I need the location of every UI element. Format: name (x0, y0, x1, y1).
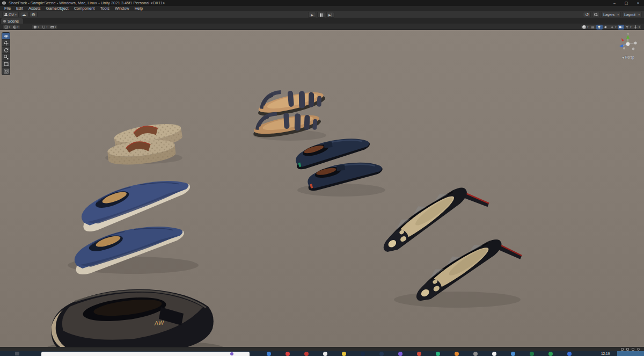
minimize-button[interactable]: – (609, 0, 620, 6)
loafer-monogram-text: ΛW (153, 319, 165, 326)
taskbar-app-icon[interactable] (342, 352, 346, 356)
menu-assets[interactable]: Assets (26, 6, 43, 11)
menu-window[interactable]: Window (112, 6, 132, 11)
orientation-gizmo[interactable]: y ◄ Persp (616, 32, 640, 59)
taskbar-search-input[interactable] (41, 352, 250, 356)
effects-dropdown[interactable]: ▾ (609, 25, 618, 30)
chevron-down-icon: ▾ (17, 25, 19, 28)
taskbar-app-icons (267, 352, 572, 356)
cloud-services-button[interactable]: ☁ (20, 12, 28, 17)
rect-tool-button[interactable] (2, 61, 10, 68)
account-dropdown[interactable]: OV ▾ (2, 12, 19, 17)
taskbar-app-icon[interactable] (473, 352, 478, 356)
undo-history-button[interactable]: ↺ (583, 12, 591, 17)
taskbar-app-icon[interactable] (455, 352, 459, 356)
lightbulb-icon (597, 25, 601, 29)
2d-toggle[interactable] (590, 25, 596, 30)
taskbar-app-icon[interactable] (530, 352, 534, 356)
menu-tools[interactable]: Tools (97, 6, 112, 11)
scene-camera-settings-button[interactable] (618, 25, 624, 30)
taskbar-app-icon[interactable] (379, 352, 384, 356)
layers-label: Layers (603, 13, 614, 17)
taskbar-app-icon[interactable] (286, 352, 290, 356)
taskbar-app-icon[interactable] (304, 352, 309, 356)
menu-help[interactable]: Help (132, 6, 145, 11)
background-activity-icon[interactable] (637, 348, 640, 351)
move-tool-button[interactable] (2, 40, 10, 47)
transform-icon (4, 69, 9, 74)
persp-toggle-icon[interactable]: ◄ (621, 56, 624, 59)
play-button[interactable]: ▶ (308, 12, 316, 18)
console-error-icon[interactable] (632, 348, 634, 351)
rect-icon (4, 62, 9, 67)
taskbar-app-icon[interactable] (511, 352, 515, 356)
tool-settings-pivot-dropdown[interactable]: ▾ (3, 25, 11, 30)
settings-button[interactable]: ⚙ (30, 12, 38, 17)
tool-settings-orientation-dropdown[interactable]: ▾ (11, 25, 20, 30)
chevron-down-icon: ▾ (55, 25, 56, 28)
move-icon (4, 41, 9, 46)
taskbar-app-icon[interactable] (548, 352, 553, 356)
view-tool-button[interactable] (2, 33, 10, 40)
unity-logo-icon (2, 1, 6, 5)
magnet-icon (42, 25, 46, 29)
draw-mode-dropdown[interactable]: ▾ (581, 25, 590, 30)
scale-icon (4, 55, 9, 60)
taskbar-app-icon[interactable] (492, 352, 496, 356)
pause-icon (320, 13, 323, 17)
axis-gizmo-icon: y (617, 32, 639, 53)
svg-text:y: y (627, 32, 629, 35)
persp-label[interactable]: Persp (625, 55, 634, 59)
taskbar-app-icon[interactable] (267, 352, 271, 356)
menu-file[interactable]: File (2, 6, 13, 11)
taskbar-app-icon[interactable] (361, 352, 365, 356)
search-button[interactable] (592, 12, 600, 17)
taskbar-active-window[interactable] (617, 351, 644, 356)
increment-snap-dropdown[interactable]: ▾ (49, 25, 57, 30)
pause-button[interactable] (317, 12, 325, 18)
camera-icon (619, 25, 623, 29)
step-icon: ▶ (328, 13, 331, 17)
editor-status-bar (0, 347, 644, 351)
start-button[interactable] (15, 352, 19, 355)
taskbar-app-icon[interactable] (417, 352, 421, 356)
transform-tool-button[interactable] (2, 68, 10, 75)
console-warning-icon[interactable] (626, 348, 629, 351)
cloud-icon: ☁ (22, 12, 26, 17)
rotate-tool-button[interactable] (2, 47, 10, 54)
layout-dropdown[interactable]: Layout ▾ (622, 12, 642, 17)
unity-editor-window: ShoePack - SampleScene - Windows, Mac, L… (0, 0, 644, 356)
scale-tool-button[interactable] (2, 54, 10, 61)
audio-toggle[interactable] (603, 25, 609, 30)
lighting-toggle[interactable] (596, 25, 603, 30)
scene-render: ΛW (0, 30, 644, 347)
move-cross-icon (634, 25, 638, 29)
chevron-down-icon: ▾ (38, 25, 39, 28)
2d-icon (591, 25, 595, 29)
close-button[interactable]: × (632, 0, 644, 6)
taskbar-clock[interactable]: 12:19 (601, 352, 610, 355)
step-button[interactable]: ▶ (326, 12, 334, 18)
chevron-down-icon: ▾ (9, 25, 10, 28)
taskbar-app-icon[interactable] (567, 352, 572, 356)
gizmos-icon (625, 25, 629, 29)
menu-gameobject[interactable]: GameObject (43, 6, 71, 11)
layers-dropdown[interactable]: Layers ▾ (601, 12, 621, 17)
maximize-button[interactable]: ▢ (620, 0, 632, 6)
taskbar-app-icon[interactable] (398, 352, 402, 356)
tab-scene[interactable]: Scene (1, 18, 23, 24)
menu-component[interactable]: Component (71, 6, 98, 11)
taskbar-app-icon[interactable] (436, 352, 440, 356)
search-icon (594, 13, 598, 17)
grid-icon (33, 25, 37, 29)
console-info-icon[interactable] (621, 348, 624, 351)
component-tools-dropdown[interactable]: ▾ (633, 25, 641, 30)
snap-settings-dropdown[interactable]: ▾ (40, 25, 49, 30)
scene-viewport[interactable]: ΛW y (0, 30, 644, 347)
menu-edit[interactable]: Edit (13, 6, 26, 11)
taskbar-app-icon[interactable] (323, 352, 327, 356)
grid-visibility-dropdown[interactable]: ▾ (32, 25, 40, 30)
dark-dress-loafer[interactable]: ΛW (51, 289, 213, 347)
gizmos-dropdown[interactable]: ▾ (624, 25, 633, 30)
account-icon (4, 13, 8, 16)
